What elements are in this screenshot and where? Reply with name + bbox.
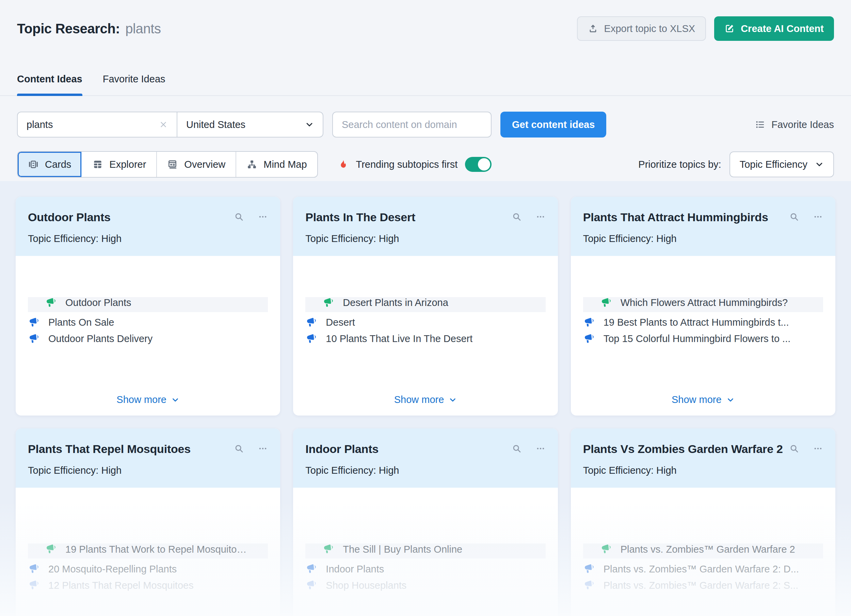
view-switcher: CardsExplorerOverviewMind Map: [17, 151, 318, 178]
get-content-ideas-button[interactable]: Get content ideas: [501, 112, 606, 138]
topic-card-header-top: Plants Vs Zombies Garden Warfare 2: [583, 440, 823, 458]
subtopic-item-label: Plants vs. Zombies™ Garden Warfare 2: D.…: [603, 563, 799, 575]
subtopic-item[interactable]: Plants vs. Zombies™ Garden Warfare 2: D.…: [583, 563, 823, 575]
ellipsis-menu-icon[interactable]: [535, 212, 546, 222]
subtopic-item-label: The Sill | Buy Plants Online: [343, 544, 462, 555]
topic-efficiency-label: Topic Efficiency: High: [583, 465, 823, 476]
subtopic-item[interactable]: Plants vs. Zombies™ Garden Warfare 2: [583, 544, 823, 559]
topic-card-header: Plants That Repel MosquitoesTopic Effici…: [16, 428, 280, 488]
subtopic-item[interactable]: Top 15 Colorful Hummingbird Flowers to .…: [583, 333, 823, 345]
subtopic-item-label: 10 Plants That Live In The Desert: [326, 333, 472, 344]
subtopic-item-label: 19 Best Plants to Attract Hummingbirds t…: [603, 317, 789, 328]
subtopic-item[interactable]: Shop Houseplants: [305, 580, 545, 591]
subtopic-item-label: 20 Mosquito-Repelling Plants: [48, 563, 177, 575]
topic-card-title[interactable]: Plants Vs Zombies Garden Warfare 2: [583, 440, 789, 458]
show-more-button[interactable]: Show more: [28, 386, 268, 416]
upload-icon: [588, 24, 598, 34]
search-icon[interactable]: [789, 443, 799, 454]
tab-favorite-ideas[interactable]: Favorite Ideas: [103, 73, 165, 95]
ellipsis-menu-icon[interactable]: [813, 443, 823, 454]
megaphone-icon: [600, 544, 612, 555]
view-toolbar: CardsExplorerOverviewMind Map Trending s…: [17, 151, 834, 178]
show-more-button[interactable]: Show more: [305, 386, 545, 416]
create-ai-content-button[interactable]: Create AI Content: [714, 17, 834, 41]
subtopic-list: Which Flowers Attract Hummingbirds?19 Be…: [583, 292, 823, 350]
search-icon[interactable]: [512, 212, 522, 222]
topic-efficiency-label: Topic Efficiency: High: [583, 233, 823, 244]
subtopic-item[interactable]: Plants vs. Zombies™ Garden Warfare 2: S.…: [583, 580, 823, 591]
ellipsis-menu-icon[interactable]: [813, 212, 823, 222]
export-topic-label: Export topic to XLSX: [604, 23, 695, 35]
subtopic-item[interactable]: Outdoor Plants Delivery: [28, 333, 268, 345]
topic-card-header-top: Outdoor Plants: [28, 208, 268, 226]
subtopic-item[interactable]: Indoor Plants: [305, 563, 545, 575]
view-button-mind-map[interactable]: Mind Map: [236, 152, 317, 177]
close-icon[interactable]: [159, 120, 168, 129]
ellipsis-menu-icon[interactable]: [258, 443, 268, 454]
favorite-ideas-link[interactable]: Favorite Ideas: [755, 119, 834, 130]
megaphone-icon: [28, 317, 39, 328]
topic-card: Plants That Repel MosquitoesTopic Effici…: [16, 428, 280, 616]
mindmap-icon: [247, 159, 257, 170]
cards-icon: [28, 159, 39, 170]
prioritize-select[interactable]: Topic Efficiency: [729, 152, 834, 177]
subtopic-item-label: Top 15 Colorful Hummingbird Flowers to .…: [603, 333, 791, 344]
subtopic-item-label: Desert: [326, 317, 355, 328]
megaphone-icon: [583, 333, 595, 345]
subtopic-item[interactable]: 20 Mosquito-Repelling Plants: [28, 563, 268, 575]
subtopic-item[interactable]: 19 Best Plants to Attract Hummingbirds t…: [583, 317, 823, 328]
megaphone-icon: [600, 297, 612, 309]
search-icon[interactable]: [234, 212, 244, 222]
topic-efficiency-label: Topic Efficiency: High: [305, 233, 545, 244]
subtopic-item-label: Desert Plants in Arizona: [343, 297, 448, 308]
topic-card-title[interactable]: Plants That Repel Mosquitoes: [28, 440, 234, 458]
search-row: United States Get content ideas Favorite…: [17, 112, 834, 138]
search-icon[interactable]: [789, 212, 799, 222]
megaphone-icon: [583, 580, 595, 591]
subtopic-item[interactable]: Which Flowers Attract Hummingbirds?: [583, 297, 823, 312]
subtopic-item[interactable]: Desert: [305, 317, 545, 328]
megaphone-icon: [305, 563, 317, 575]
megaphone-icon: [28, 563, 39, 575]
subtopic-item-label: Plants vs. Zombies™ Garden Warfare 2: [621, 544, 795, 555]
subtopic-item[interactable]: 10 Plants That Live In The Desert: [305, 333, 545, 345]
megaphone-icon: [322, 544, 334, 555]
country-select[interactable]: United States: [177, 112, 323, 137]
subtopic-item-label: Plants vs. Zombies™ Garden Warfare 2: S.…: [603, 580, 798, 591]
search-icon[interactable]: [512, 443, 522, 454]
domain-search-input[interactable]: [332, 112, 492, 138]
keyword-input[interactable]: [27, 119, 155, 130]
topic-card-title[interactable]: Indoor Plants: [305, 440, 511, 458]
topic-card-body: Desert Plants in ArizonaDesert10 Plants …: [293, 256, 558, 416]
topic-card-header-top: Indoor Plants: [305, 440, 545, 458]
subtopic-item[interactable]: Desert Plants in Arizona: [305, 297, 545, 312]
ellipsis-menu-icon[interactable]: [535, 443, 546, 454]
subtopic-list: Outdoor PlantsPlants On SaleOutdoor Plan…: [28, 292, 268, 350]
show-more-button[interactable]: Show more: [583, 386, 823, 416]
chevron-down-icon: [726, 396, 735, 404]
topic-card-actions: [512, 443, 546, 454]
trending-toggle[interactable]: [465, 157, 492, 172]
tab-content-ideas[interactable]: Content Ideas: [17, 73, 83, 95]
search-icon[interactable]: [234, 443, 244, 454]
topic-card-title[interactable]: Plants That Attract Hummingbirds: [583, 208, 789, 226]
export-topic-button[interactable]: Export topic to XLSX: [577, 17, 706, 41]
view-button-cards[interactable]: Cards: [18, 152, 82, 177]
subtopic-item[interactable]: Plants On Sale: [28, 317, 268, 328]
subtopic-item[interactable]: 12 Plants That Repel Mosquitoes: [28, 580, 268, 591]
topic-card-actions: [234, 212, 268, 222]
list-icon: [755, 119, 765, 130]
topic-card: Plants Vs Zombies Garden Warfare 2Topic …: [571, 428, 835, 616]
ellipsis-menu-icon[interactable]: [258, 212, 268, 222]
topic-card-title[interactable]: Plants In The Desert: [305, 208, 511, 226]
topic-card-actions: [789, 443, 823, 454]
subtopic-item[interactable]: Outdoor Plants: [28, 297, 268, 312]
subtopic-item-label: 12 Plants That Repel Mosquitoes: [48, 580, 194, 591]
topic-card-title[interactable]: Outdoor Plants: [28, 208, 234, 226]
keyword-country-combo: United States: [17, 112, 323, 138]
show-more-label: Show more: [116, 394, 167, 405]
view-button-overview[interactable]: Overview: [157, 152, 236, 177]
subtopic-item[interactable]: 19 Plants That Work to Repel Mosquitos i…: [28, 544, 268, 559]
view-button-explorer[interactable]: Explorer: [82, 152, 157, 177]
subtopic-item[interactable]: The Sill | Buy Plants Online: [305, 544, 545, 559]
